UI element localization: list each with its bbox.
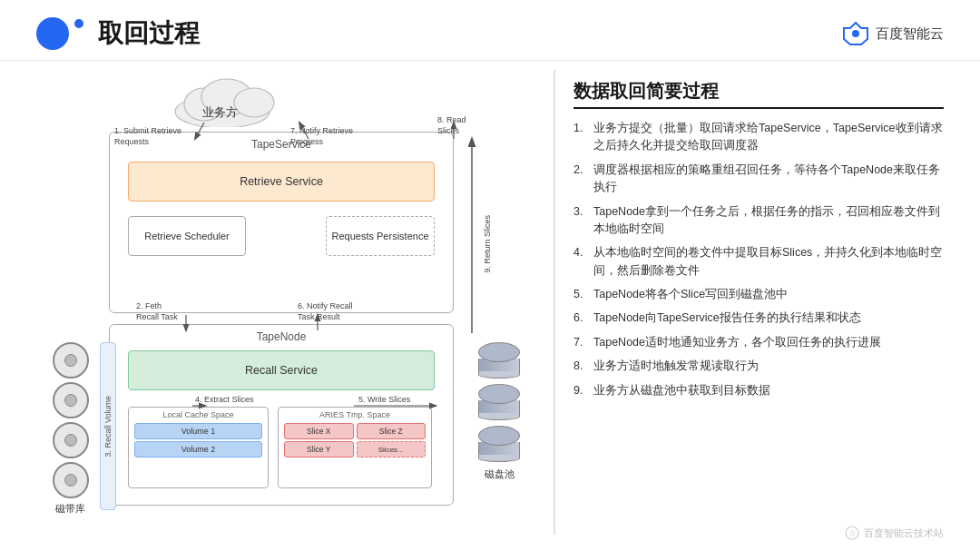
slices-label: Slices... [378, 446, 404, 454]
svg-text:业务方: 业务方 [202, 105, 238, 119]
header-circle [36, 17, 69, 50]
step-item-9: 9.业务方从磁盘池中获取到目标数据 [573, 382, 944, 399]
recall-service-label: Recall Service [245, 364, 318, 377]
step-item-5: 5.TapeNode将各个Slice写回到磁盘池中 [573, 286, 944, 303]
tape-reel-2 [53, 382, 89, 418]
step-num-6: 6. [573, 310, 588, 327]
arrow-label-9: 9. Return Slices [483, 215, 492, 273]
steps-list: 1.业务方提交（批量）取回请求给TapeService，TapeService收… [573, 120, 944, 399]
step-item-7: 7.TapeNode适时地通知业务方，各个取回任务的执行进展 [573, 334, 944, 351]
retrieve-service-label: Retrieve Service [240, 175, 323, 188]
retrieve-scheduler-box: Retrieve Scheduler [128, 216, 246, 256]
retrieve-service-box: Retrieve Service [128, 162, 435, 202]
disk-3 [478, 426, 520, 462]
step-num-5: 5. [573, 286, 588, 303]
slice-x-box: Slice X [284, 423, 354, 439]
svg-point-5 [234, 88, 274, 117]
right-panel: 数据取回简要过程 1.业务方提交（批量）取回请求给TapeService，Tap… [554, 70, 953, 535]
tape-service-box: TapeService Retrieve Service Retrieve Sc… [109, 132, 454, 313]
step-num-8: 8. [573, 358, 588, 375]
logo-area: 百度智能云 [843, 21, 944, 46]
slice-z-label: Slice Z [379, 427, 403, 436]
step-num-1: 1. [573, 120, 588, 155]
svg-text:百: 百 [849, 530, 856, 536]
svg-point-1 [852, 30, 859, 37]
step-item-1: 1.业务方提交（批量）取回请求给TapeService，TapeService收… [573, 120, 944, 155]
local-cache-label: Local Cache Space [129, 408, 268, 421]
slice-z-box: Slice Z [357, 423, 426, 439]
arrow-label-4: 4. Extract Slices [195, 395, 254, 406]
cloud-shape: 业务方 [172, 77, 309, 123]
disk-1 [478, 342, 520, 379]
step-item-8: 8.业务方适时地触发常规读取行为 [573, 358, 944, 375]
step-text-7: TapeNode适时地通知业务方，各个取回任务的执行进展 [593, 334, 944, 351]
main-content: 业务方 TapeService Retrieve Service Retriev… [0, 61, 980, 544]
baidu-cloud-logo-icon [843, 21, 868, 46]
header: 取回过程 百度智能云 [0, 0, 980, 61]
step-text-4: 从本地临时空间的卷文件中提取目标Slices，并持久化到本地临时空间，然后删除卷… [593, 244, 944, 280]
retrieve-scheduler-label: Retrieve Scheduler [144, 231, 230, 241]
step-text-3: TapeNode拿到一个任务之后，根据任务的指示，召回相应卷文件到本地临时空间 [593, 203, 944, 239]
volume1-label: Volume 1 [181, 427, 216, 436]
step-text-5: TapeNode将各个Slice写回到磁盘池中 [593, 286, 944, 303]
arrow-label-8: 8. Read Slices [437, 115, 466, 136]
recall-volume-label: 3. Recall Volume [103, 396, 113, 458]
slice-row-2: Slice Y Slices... [284, 441, 426, 458]
aries-box: ARIES Tmp. Space Slice X Slice Z Slice Y… [278, 407, 432, 488]
volume1-box: Volume 1 [134, 423, 262, 439]
tape-node-box: TapeNode Recall Service Local Cache Spac… [109, 324, 454, 506]
local-cache-box: Local Cache Space Volume 1 Volume 2 [128, 407, 269, 488]
volume2-label: Volume 2 [181, 445, 216, 454]
step-text-8: 业务方适时地触发常规读取行为 [593, 358, 944, 375]
header-left: 取回过程 [36, 16, 200, 51]
requests-persistence-box: Requests Persistence [326, 216, 435, 256]
arrow-label-2: 2. Feth Recall Task [136, 301, 178, 322]
disk-2 [478, 384, 520, 420]
step-num-4: 4. [573, 244, 588, 280]
arrow-label-7: 7. Notify Retrieve Progress [290, 126, 353, 147]
step-num-2: 2. [573, 162, 588, 197]
slices-box: Slices... [357, 441, 426, 458]
slice-y-label: Slice Y [307, 445, 330, 454]
architecture-diagram: 业务方 TapeService Retrieve Service Retriev… [27, 70, 535, 535]
watermark-icon: 百 [845, 526, 859, 540]
tape-reel-3 [53, 422, 89, 458]
aries-label: ARIES Tmp. Space [279, 408, 431, 421]
right-panel-title: 数据取回简要过程 [573, 79, 944, 109]
arrow-label-6: 6. Notify Recall Task Result [298, 301, 353, 322]
tape-reel-1 [53, 342, 89, 379]
tape-reel-4 [53, 462, 89, 498]
step-item-4: 4.从本地临时空间的卷文件中提取目标Slices，并持久化到本地临时空间，然后删… [573, 244, 944, 280]
arrow-label-1: 1. Submit Retrieve Requests [114, 126, 181, 147]
tape-node-label: TapeNode [257, 330, 307, 343]
step-num-7: 7. [573, 334, 588, 351]
disk-pool: 磁盘池 [472, 342, 526, 481]
disk-pool-label: 磁盘池 [485, 467, 514, 481]
slice-y-box: Slice Y [284, 441, 354, 458]
step-item-2: 2.调度器根据相应的策略重组召回任务，等待各个TapeNode来取任务执行 [573, 162, 944, 197]
recall-service-box: Recall Service [128, 350, 435, 390]
watermark: 百 百度智能云技术站 [845, 526, 944, 540]
step-num-3: 3. [573, 203, 588, 239]
slice-row-1: Slice X Slice Z [284, 423, 426, 439]
step-item-3: 3.TapeNode拿到一个任务之后，根据任务的指示，召回相应卷文件到本地临时空… [573, 203, 944, 239]
step-text-6: TapeNode向TapeService报告任务的执行结果和状态 [593, 310, 944, 327]
logo-text: 百度智能云 [876, 25, 944, 43]
step-text-2: 调度器根据相应的策略重组召回任务，等待各个TapeNode来取任务执行 [593, 162, 944, 197]
slice-x-label: Slice X [307, 427, 330, 436]
step-num-9: 9. [573, 382, 588, 399]
watermark-text: 百度智能云技术站 [864, 526, 944, 540]
arrow-label-5: 5. Write Slices [358, 395, 410, 406]
page-title: 取回过程 [98, 16, 200, 51]
step-text-1: 业务方提交（批量）取回请求给TapeService，TapeService收到请… [593, 120, 944, 155]
tape-library-label: 磁带库 [55, 502, 85, 516]
volume2-box: Volume 2 [134, 441, 262, 458]
tape-library: 磁带库 [36, 342, 104, 516]
step-text-9: 业务方从磁盘池中获取到目标数据 [593, 382, 944, 399]
header-dot [74, 19, 83, 28]
requests-persistence-label: Requests Persistence [332, 231, 429, 241]
step-item-6: 6.TapeNode向TapeService报告任务的执行结果和状态 [573, 310, 944, 327]
